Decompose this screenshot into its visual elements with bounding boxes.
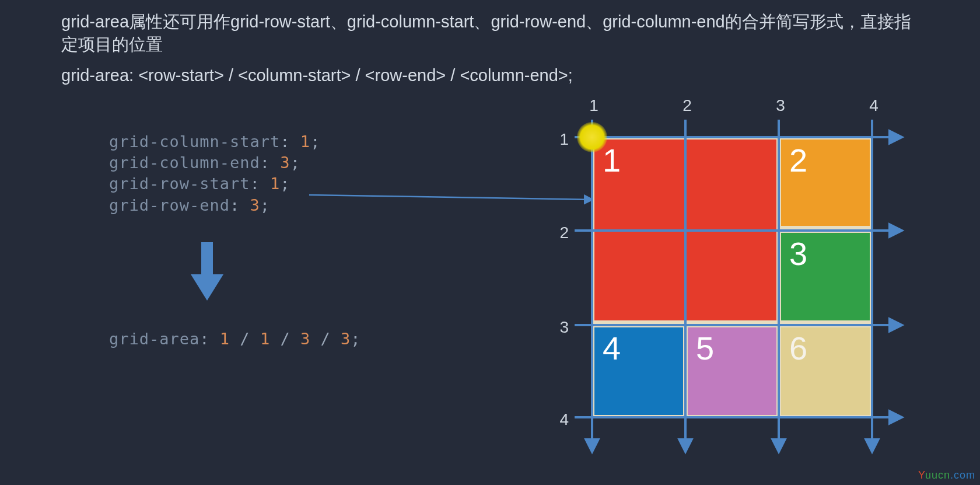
down-arrow-icon	[190, 242, 225, 303]
slide-page: grid-area属性还可用作grid-row-start、grid-colum…	[0, 0, 980, 485]
code-shorthand: grid-area: 1 / 1 / 3 / 3;	[109, 330, 361, 348]
watermark-y: Y	[918, 469, 925, 481]
description-paragraph-2: grid-area: <row-start> / <column-start> …	[61, 64, 925, 87]
watermark-uucn: uucn	[925, 469, 950, 481]
grid-lines-svg	[551, 96, 919, 464]
watermark-text: Yuucn.com	[918, 469, 975, 481]
grid-diagram: 1 2 3 4 1 2 3 4 1 2 3 4 5 6	[551, 96, 919, 458]
description-paragraph-1: grid-area属性还可用作grid-row-start、grid-colum…	[61, 11, 925, 56]
watermark-com: .com	[950, 469, 975, 481]
code-longhand: grid-column-start: 1;grid-column-end: 3;…	[109, 131, 320, 216]
svg-line-0	[309, 195, 592, 200]
